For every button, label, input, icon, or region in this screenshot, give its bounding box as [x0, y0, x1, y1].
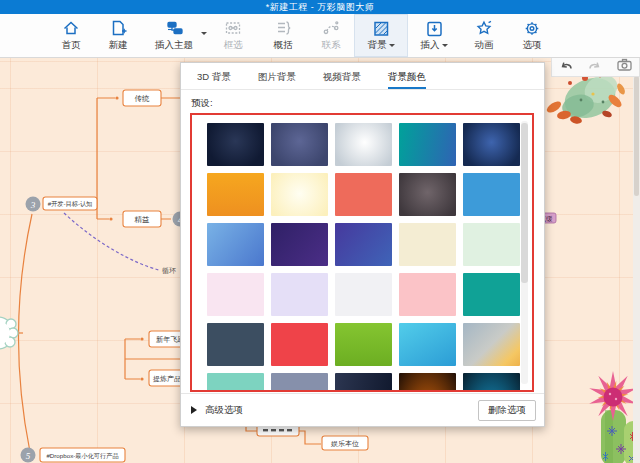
chevron-down-icon — [389, 44, 395, 50]
color-swatch-light-gray[interactable] — [335, 273, 392, 316]
canvas-vertical-scrollbar[interactable] — [633, 58, 640, 463]
color-swatch-midnight-gradient[interactable] — [335, 373, 392, 390]
toolbar-label: 框选 — [224, 39, 243, 52]
color-swatch-cyan-gradient[interactable] — [399, 323, 456, 366]
insert-icon — [424, 18, 444, 38]
color-swatch-mint-turquoise[interactable] — [207, 373, 264, 390]
tab-background-color[interactable]: 背景颜色 — [388, 71, 426, 89]
color-swatch-pale-pink[interactable] — [207, 273, 264, 316]
toolbar-button-summarize[interactable]: 概括 — [258, 14, 308, 57]
color-swatch-gray-blue[interactable] — [271, 373, 328, 390]
topic-label: #Dropbox-最小化可行产品 — [46, 452, 118, 460]
color-swatch-gray-sunset-gradient[interactable] — [463, 323, 520, 366]
color-swatch-dark-slate[interactable] — [207, 323, 264, 366]
chevron-down-icon — [201, 32, 207, 38]
tab-video-background[interactable]: 视频背景 — [323, 71, 361, 89]
color-swatch-slate-indigo-radial[interactable] — [271, 123, 328, 166]
swatch-scrollbar-thumb[interactable] — [521, 123, 528, 283]
relationship-label[interactable]: 循环 — [162, 267, 176, 275]
undo-button[interactable] — [558, 57, 574, 76]
toolbar-button-new[interactable]: 新建 — [96, 14, 140, 57]
color-swatch-light-blue-gradient[interactable] — [207, 223, 264, 266]
background-icon — [371, 18, 391, 38]
cactus-illustration-top — [545, 70, 626, 125]
insert-topic-icon — [164, 18, 184, 38]
toolbar-button-insert[interactable]: 插入 — [408, 14, 460, 57]
toolbar-button-frame-select[interactable]: 框选 — [208, 14, 258, 57]
color-swatch-deep-blue-radial[interactable] — [463, 123, 520, 166]
toolbar-label: 动画 — [475, 39, 494, 52]
background-settings-panel: 3D 背景 图片背景 视频背景 背景颜色 预设: 高级选项 删除选项 — [180, 62, 545, 427]
animation-star-icon — [474, 18, 494, 38]
color-swatch-pale-mint[interactable] — [463, 223, 520, 266]
swatch-scrollbar[interactable] — [521, 121, 528, 384]
topic-label: 精益 — [134, 215, 151, 224]
color-swatch-blush-pink[interactable] — [399, 273, 456, 316]
toolbar-label: 概括 — [274, 39, 293, 52]
new-document-icon — [108, 18, 128, 38]
color-swatch-silver-white-radial[interactable] — [335, 123, 392, 166]
title-bar: *新建工程 - 万彩脑图大师 — [0, 0, 640, 14]
root-cloud-node[interactable] — [0, 317, 18, 349]
color-swatch-indigo-blue-gradient[interactable] — [335, 223, 392, 266]
quick-access-bar — [551, 57, 640, 77]
order-badges: 3 4 5 — [21, 197, 188, 463]
undo-icon — [558, 57, 574, 72]
frame-select-icon — [223, 18, 243, 38]
redo-icon — [587, 57, 603, 72]
panel-tabs: 3D 背景 图片背景 视频背景 背景颜色 — [181, 63, 544, 90]
toolbar-label: 插入 — [421, 39, 448, 52]
topic-label: #开发-目标-认知 — [48, 200, 93, 208]
color-swatch-dark-purple-gradient[interactable] — [271, 223, 328, 266]
toolbar-label: 插入主题 — [155, 39, 193, 52]
triangle-right-icon — [191, 406, 201, 414]
advanced-options-label: 高级选项 — [205, 404, 243, 417]
color-swatch-coral[interactable] — [335, 173, 392, 216]
window-title: *新建工程 - 万彩脑图大师 — [266, 1, 375, 14]
topic-label: 传统 — [135, 94, 151, 103]
color-swatch-taupe-radial[interactable] — [399, 173, 456, 216]
color-swatch-cream-glow-radial[interactable] — [271, 173, 328, 216]
advanced-options-toggle[interactable]: 高级选项 — [191, 404, 243, 417]
color-swatch-deep-teal-dark[interactable] — [463, 373, 520, 390]
chevron-down-icon — [442, 44, 448, 50]
preset-swatch-box — [190, 113, 534, 392]
swatch-grid — [207, 123, 520, 390]
tab-3d-background[interactable]: 3D 背景 — [197, 71, 231, 89]
toolbar-label: 首页 — [62, 39, 81, 52]
color-swatch-teal[interactable] — [463, 273, 520, 316]
toolbar-label: 选项 — [523, 39, 542, 52]
color-swatch-pale-lavender[interactable] — [271, 273, 328, 316]
tab-image-background[interactable]: 图片背景 — [258, 71, 296, 89]
color-swatch-beige[interactable] — [399, 223, 456, 266]
preset-label: 预设: — [191, 97, 213, 110]
color-swatch-teal-blue-gradient[interactable] — [399, 123, 456, 166]
gear-icon — [522, 18, 542, 38]
main-toolbar: 首页 新建 插入主题 — [0, 14, 640, 58]
toolbar-button-relation[interactable]: 联系 — [308, 14, 354, 57]
toolbar-button-animation[interactable]: 动画 — [460, 14, 508, 57]
connector-dots — [109, 96, 143, 380]
toolbar-button-insert-topic[interactable]: 插入主题 — [140, 14, 208, 57]
redo-button[interactable] — [587, 57, 603, 76]
toolbar-label: 新建 — [109, 39, 128, 52]
color-swatch-green[interactable] — [335, 323, 392, 366]
camera-icon — [616, 57, 633, 72]
screenshot-button[interactable] — [616, 57, 633, 76]
color-swatch-red[interactable] — [271, 323, 328, 366]
toolbar-button-options[interactable]: 选项 — [508, 14, 556, 57]
toolbar-button-home[interactable]: 首页 — [46, 14, 96, 57]
toolbar-label: 背景 — [368, 39, 395, 52]
badge-3: 3 — [30, 200, 36, 210]
color-swatch-ember-orange-dark[interactable] — [399, 373, 456, 390]
color-swatch-sky-blue[interactable] — [463, 173, 520, 216]
home-icon — [61, 18, 81, 38]
color-swatch-orange[interactable] — [207, 173, 264, 216]
toolbar-button-background[interactable]: 背景 — [354, 14, 408, 57]
relation-icon — [321, 18, 341, 38]
scrollbar-thumb[interactable] — [634, 76, 639, 196]
delete-option-button[interactable]: 删除选项 — [478, 400, 536, 421]
summarize-icon — [273, 18, 293, 38]
toolbar-label: 联系 — [322, 39, 341, 52]
color-swatch-dark-navy-radial[interactable] — [207, 123, 264, 166]
